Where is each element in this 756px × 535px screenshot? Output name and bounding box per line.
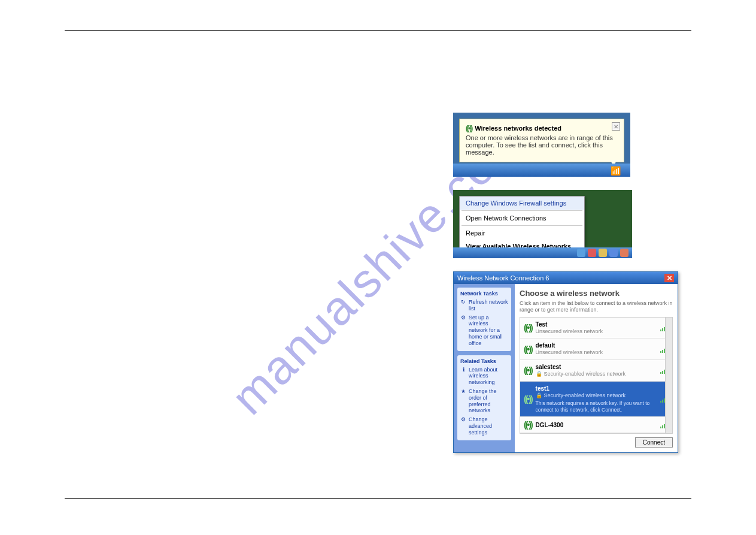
scrollbar[interactable] [665, 318, 672, 434]
panel-title: Network Tasks [460, 291, 508, 297]
advanced-link[interactable]: ⚙ Change advanced settings [460, 416, 508, 436]
network-item[interactable]: ((•)) salestest 🔒Security-enabled wirele… [520, 360, 672, 382]
notification-balloon-container: ✕ ((•)) Wireless networks detected One o… [453, 113, 630, 177]
tray-icon[interactable] [577, 249, 585, 257]
tray-wifi-icon[interactable]: 📶 [611, 166, 621, 176]
gear-icon: ⚙ [460, 416, 466, 436]
menu-separator [462, 210, 582, 211]
close-button[interactable]: ✕ [664, 274, 674, 282]
network-info: salestest 🔒Security-enabled wireless net… [536, 363, 657, 378]
tray-icon[interactable] [588, 249, 596, 257]
figure-area: ✕ ((•)) Wireless networks detected One o… [453, 113, 678, 453]
learn-link[interactable]: ℹ Learn about wireless networking [460, 367, 508, 386]
menu-item-repair[interactable]: Repair [460, 226, 584, 240]
tray-icon[interactable] [609, 249, 618, 257]
close-icon[interactable]: ✕ [612, 122, 620, 131]
menu-separator [462, 225, 582, 226]
wifi-icon: ((•)) [524, 323, 532, 333]
wifi-icon: ((•)) [524, 344, 532, 354]
dialog-titlebar[interactable]: Wireless Network Connection 6 ✕ [454, 272, 678, 284]
network-item[interactable]: ((•)) default Unsecured wireless network [520, 338, 672, 360]
setup-icon: ⚙ [460, 315, 466, 347]
divider-bottom [65, 498, 691, 499]
info-icon: ℹ [460, 367, 466, 386]
notification-balloon[interactable]: ✕ ((•)) Wireless networks detected One o… [459, 119, 624, 162]
tray-icon[interactable] [599, 249, 607, 257]
network-info: DGL-4300 [536, 421, 657, 429]
network-info: default Unsecured wireless network [536, 341, 657, 356]
sidebar: Network Tasks ↻ Refresh network list ⚙ S… [454, 284, 515, 452]
menu-item-open-connections[interactable]: Open Network Connections [460, 211, 584, 225]
connect-button[interactable]: Connect [635, 437, 673, 448]
balloon-title: ((•)) Wireless networks detected [466, 124, 618, 132]
tray-icon[interactable] [620, 249, 629, 257]
divider-top [65, 30, 691, 31]
taskbar [453, 247, 632, 258]
wifi-icon: ((•)) [524, 394, 532, 404]
panel-title: Related Tasks [460, 358, 508, 364]
button-row: Connect [520, 434, 673, 448]
context-menu: Change Windows Firewall settings Open Ne… [459, 196, 585, 253]
dialog-main: Choose a wireless network Click an item … [515, 284, 678, 452]
menu-item-firewall[interactable]: Change Windows Firewall settings [460, 197, 584, 210]
star-icon: ★ [460, 388, 466, 414]
lock-icon: 🔒 [536, 392, 542, 398]
order-link[interactable]: ★ Change the order of preferred networks [460, 388, 508, 414]
network-list: ((•)) Test Unsecured wireless network ((… [520, 317, 673, 434]
dialog-title: Wireless Network Connection 6 [457, 274, 549, 282]
refresh-link[interactable]: ↻ Refresh network list [460, 299, 508, 312]
taskbar: 📶 [453, 164, 630, 177]
related-tasks-panel: Related Tasks ℹ Learn about wireless net… [457, 355, 511, 440]
wifi-icon: ((•)) [524, 420, 532, 430]
lock-icon: 🔒 [536, 371, 542, 377]
setup-link[interactable]: ⚙ Set up a wireless network for a home o… [460, 315, 508, 347]
main-subtitle: Click an item in the list below to conne… [520, 300, 673, 313]
wifi-icon: ((•)) [524, 365, 532, 375]
network-item-selected[interactable]: ((•)) test1 🔒Security-enabled wireless n… [520, 382, 672, 418]
wifi-icon: ((•)) [466, 124, 472, 132]
network-tasks-panel: Network Tasks ↻ Refresh network list ⚙ S… [457, 288, 511, 351]
network-item[interactable]: ((•)) Test Unsecured wireless network [520, 318, 672, 339]
dialog-body: Network Tasks ↻ Refresh network list ⚙ S… [454, 284, 678, 452]
refresh-icon: ↻ [460, 299, 466, 312]
network-info: Test Unsecured wireless network [536, 321, 657, 335]
balloon-title-text: Wireless networks detected [475, 125, 561, 132]
main-heading: Choose a wireless network [520, 289, 673, 298]
balloon-body: One or more wireless networks are in ran… [466, 134, 618, 156]
network-item[interactable]: ((•)) DGL-4300 [520, 417, 672, 433]
network-info: test1 🔒Security-enabled wireless network… [536, 385, 657, 414]
context-menu-container: Change Windows Firewall settings Open Ne… [453, 190, 632, 258]
wireless-dialog: Wireless Network Connection 6 ✕ Network … [453, 271, 678, 453]
